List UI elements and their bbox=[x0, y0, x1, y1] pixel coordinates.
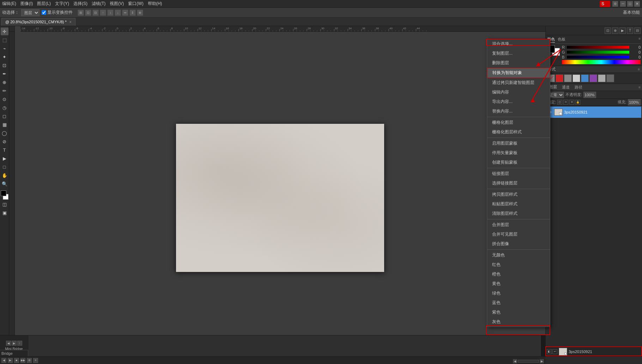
opacity-input[interactable] bbox=[583, 92, 596, 98]
history-brush-tool[interactable]: ◷ bbox=[1, 104, 8, 111]
screen-mode-tool[interactable]: ▣ bbox=[1, 209, 8, 217]
style-red[interactable] bbox=[556, 74, 563, 82]
canvas-scroll-area[interactable] bbox=[15, 32, 545, 364]
context-menu-item-13[interactable]: 链接图层 bbox=[487, 169, 550, 178]
distribute-h-icon[interactable]: ⇔ bbox=[122, 10, 128, 16]
fg-bg-color-swatch[interactable] bbox=[1, 190, 8, 200]
erase-tool[interactable]: ◻ bbox=[1, 112, 8, 120]
context-menu-item-11[interactable]: 停用矢量蒙板 bbox=[487, 148, 550, 158]
mb-stop-btn[interactable]: ■ bbox=[14, 358, 19, 363]
maximize-button[interactable]: □ bbox=[627, 1, 633, 7]
scroll-right-btn[interactable]: ▶ bbox=[540, 359, 544, 363]
lock-all[interactable]: 🔒 bbox=[575, 100, 580, 105]
mb-list-btn[interactable]: ≡ bbox=[33, 358, 38, 363]
menu-edit[interactable]: 编辑(E) bbox=[2, 1, 16, 7]
mb-back-btn[interactable]: ◀ bbox=[6, 341, 11, 346]
fill-input[interactable] bbox=[628, 99, 641, 105]
context-menu-item-9[interactable]: 栅格化图层样式 bbox=[487, 127, 550, 137]
align-center-v-icon[interactable]: ↕ bbox=[107, 10, 114, 16]
menu-filter[interactable]: 滤镜(T) bbox=[92, 1, 105, 7]
menu-window[interactable]: 窗口(W) bbox=[128, 1, 143, 7]
context-menu-item-25[interactable]: 绿色 bbox=[487, 289, 550, 298]
panel-icon-1[interactable]: ⊡ bbox=[605, 28, 611, 34]
context-menu-item-4[interactable]: 通过拷贝新建智能图层 bbox=[487, 78, 550, 87]
context-menu-item-0[interactable]: 混合选项... bbox=[487, 39, 550, 49]
context-menu-item-7[interactable]: 替换内容... bbox=[487, 107, 550, 116]
align-center-h-icon[interactable]: ⊡ bbox=[85, 10, 91, 16]
context-menu-item-16[interactable]: 粘贴图层样式 bbox=[487, 199, 550, 209]
panel-icon-4[interactable]: T bbox=[627, 28, 633, 34]
style-blue[interactable] bbox=[581, 74, 589, 82]
style-purple[interactable] bbox=[589, 74, 597, 82]
auto-align-icon[interactable]: ⊕ bbox=[137, 10, 143, 16]
style-silver[interactable] bbox=[598, 74, 606, 82]
context-menu-item-10[interactable]: 启用图层蒙板 bbox=[487, 139, 550, 148]
quick-mask-tool[interactable]: ◫ bbox=[1, 200, 8, 208]
styles-panel-menu[interactable]: ≡ bbox=[638, 67, 640, 71]
close-button[interactable]: ✕ bbox=[634, 1, 640, 7]
context-menu-item-14[interactable]: 选择链接图层 bbox=[487, 178, 550, 188]
distribute-v-icon[interactable]: ⇕ bbox=[129, 10, 136, 16]
context-menu-item-18[interactable]: 合并图层 bbox=[487, 220, 550, 230]
context-menu-item-19[interactable]: 合并可见图层 bbox=[487, 230, 550, 239]
move-tool[interactable]: ✛ bbox=[1, 28, 8, 35]
dodge-tool[interactable]: ◯ bbox=[1, 129, 8, 137]
lock-transparent[interactable]: ◫ bbox=[557, 100, 562, 105]
layer-item-active[interactable]: 👁 3ps20150921 bbox=[546, 107, 641, 118]
context-menu-item-27[interactable]: 紫色 bbox=[487, 308, 550, 317]
b-slider[interactable] bbox=[567, 56, 629, 59]
pen-tool[interactable]: ⊘ bbox=[1, 138, 8, 145]
layer-info-btn2[interactable]: ↩ bbox=[552, 349, 557, 354]
shape-tool[interactable]: □ bbox=[1, 163, 8, 171]
mb-up-btn[interactable]: ↑ bbox=[17, 341, 22, 346]
context-menu-item-6[interactable]: 导出内容... bbox=[487, 97, 550, 107]
mb-play-btn[interactable]: ◀ bbox=[1, 358, 6, 363]
tab-swatches[interactable]: 色板 bbox=[558, 37, 565, 43]
tool-select[interactable]: 图层 bbox=[21, 9, 40, 16]
menu-text[interactable]: 文字(Y) bbox=[55, 1, 69, 7]
context-menu-item-23[interactable]: 橙色 bbox=[487, 269, 550, 279]
mb-play2-btn[interactable]: ▶ bbox=[8, 358, 13, 363]
context-menu-item-20[interactable]: 拼合图像 bbox=[487, 239, 550, 249]
mb-grid-btn[interactable]: ⊞ bbox=[27, 358, 32, 363]
scroll-left-btn[interactable]: ◀ bbox=[513, 359, 517, 363]
brush-tool[interactable]: ✏ bbox=[1, 87, 8, 95]
lasso-tool[interactable]: ⌁ bbox=[1, 44, 8, 52]
panel-icon-3[interactable]: ▶ bbox=[619, 28, 626, 34]
context-menu-item-22[interactable]: 红色 bbox=[487, 260, 550, 269]
layers-panel-menu[interactable]: ≡ bbox=[638, 85, 641, 89]
g-slider[interactable] bbox=[567, 51, 629, 54]
r-slider[interactable] bbox=[567, 46, 629, 49]
heal-tool[interactable]: ⊕ bbox=[1, 78, 8, 86]
context-menu-item-15[interactable]: 拷贝图层样式 bbox=[487, 190, 550, 199]
align-top-icon[interactable]: ↑ bbox=[100, 10, 106, 16]
path-select-tool[interactable]: ▶ bbox=[1, 154, 8, 162]
show-transform-label[interactable]: 显示变换控件 bbox=[42, 10, 73, 16]
crop-tool[interactable]: ⊡ bbox=[1, 61, 8, 69]
align-bottom-icon[interactable]: ↓ bbox=[115, 10, 121, 16]
clone-tool[interactable]: ⊙ bbox=[1, 95, 8, 103]
lock-image[interactable]: ✏ bbox=[563, 100, 568, 105]
style-gray[interactable] bbox=[564, 74, 572, 82]
context-menu-item-2[interactable]: 删除图层 bbox=[487, 58, 550, 68]
context-menu-item-24[interactable]: 黄色 bbox=[487, 279, 550, 289]
style-light[interactable] bbox=[573, 74, 580, 82]
menu-select[interactable]: 选择(S) bbox=[73, 1, 87, 7]
menu-help[interactable]: 帮助(H) bbox=[148, 1, 162, 7]
mb-fwd-btn[interactable]: ▶ bbox=[12, 341, 17, 346]
tab-close-button[interactable]: × bbox=[69, 20, 72, 24]
wand-tool[interactable]: ✦ bbox=[1, 53, 8, 61]
context-menu-item-1[interactable]: 复制图层... bbox=[487, 49, 550, 58]
show-transform-checkbox[interactable] bbox=[42, 10, 46, 15]
zoom-tool[interactable]: 🔍 bbox=[1, 180, 8, 188]
align-left-icon[interactable]: ⊞ bbox=[78, 10, 84, 16]
panel-icon-2[interactable]: ⊕ bbox=[612, 28, 618, 34]
fg-color[interactable] bbox=[1, 190, 6, 196]
layer-info-btn1[interactable]: ◧ bbox=[547, 349, 552, 354]
context-menu-item-8[interactable]: 栅格化图层 bbox=[487, 118, 550, 127]
eyedropper-tool[interactable]: ✒ bbox=[1, 70, 8, 78]
paths-tab[interactable]: 路径 bbox=[573, 85, 585, 90]
mini-bridge-scrollbar[interactable] bbox=[541, 335, 545, 356]
context-menu-item-26[interactable]: 蓝色 bbox=[487, 298, 550, 308]
color-spectrum-bar[interactable] bbox=[562, 60, 641, 64]
